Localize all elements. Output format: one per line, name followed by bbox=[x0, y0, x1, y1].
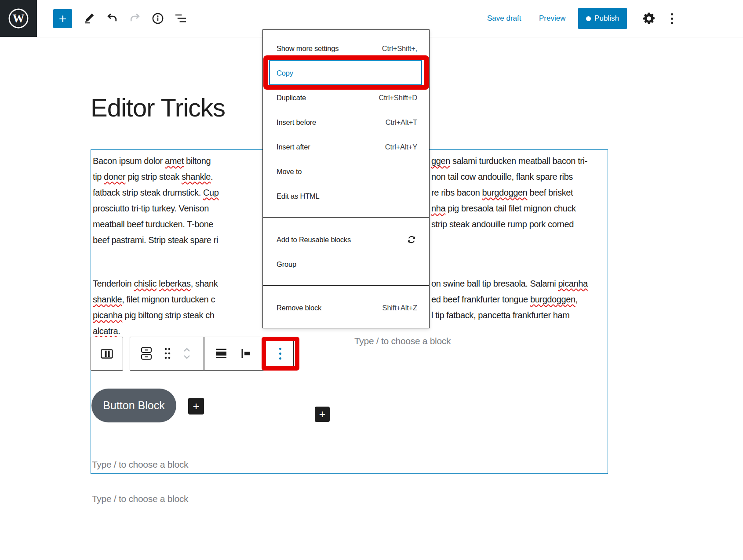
drag-handle[interactable] bbox=[159, 337, 176, 370]
text-line: fatback strip steak drumstick. Cup bbox=[93, 185, 219, 200]
toolbar-divider bbox=[204, 337, 204, 370]
add-button-appender[interactable]: + bbox=[188, 398, 204, 415]
settings-button[interactable] bbox=[638, 8, 659, 29]
plus-icon: + bbox=[319, 408, 326, 421]
move-down-icon bbox=[184, 356, 189, 358]
text-line: Bacon ipsum dolor amet biltong bbox=[93, 153, 219, 169]
menu-item-move-to[interactable]: Move to bbox=[263, 159, 429, 184]
move-up-icon bbox=[184, 349, 189, 351]
preview-button[interactable]: Preview bbox=[539, 0, 565, 37]
text-line: strip steak andouille rump pork corned bbox=[431, 216, 607, 232]
publish-button[interactable]: Publish bbox=[578, 8, 627, 29]
save-draft-button[interactable]: Save draft bbox=[487, 0, 521, 37]
publish-dot-icon bbox=[586, 16, 591, 21]
move-up-down-icon bbox=[182, 345, 192, 361]
wordpress-logo-icon: W bbox=[7, 7, 30, 30]
publish-label: Publish bbox=[594, 14, 619, 23]
text-line: Tenderloin chislic leberkas, shank bbox=[93, 276, 218, 291]
drag-handle-icon bbox=[163, 347, 172, 360]
justify-content-button[interactable] bbox=[212, 337, 230, 370]
left-column-paragraph-2[interactable]: Tenderloin chislic leberkas, shankshankl… bbox=[93, 276, 218, 339]
block-appender-button[interactable]: + bbox=[315, 407, 330, 422]
list-view-icon bbox=[174, 11, 188, 25]
menu-item-group[interactable]: Group bbox=[263, 252, 429, 276]
text-line: ed beef frankfurter tongue burgdoggen, bbox=[431, 291, 607, 307]
menu-item-copy[interactable]: Copy bbox=[263, 61, 429, 85]
change-block-type-button[interactable] bbox=[138, 337, 155, 370]
orientation-button[interactable] bbox=[237, 337, 255, 370]
empty-paragraph-after-block[interactable]: Type / to choose a block bbox=[92, 494, 188, 504]
redo-button[interactable] bbox=[124, 8, 146, 29]
menu-item-remove-block[interactable]: Remove block Shift+Alt+Z bbox=[263, 295, 429, 320]
menu-item-duplicate[interactable]: Duplicate Ctrl+Shift+D bbox=[263, 85, 429, 110]
text-line: shankle, filet mignon turducken c bbox=[93, 291, 218, 307]
redo-icon bbox=[128, 12, 142, 25]
wordpress-block-editor: W + bbox=[0, 0, 743, 560]
left-column-paragraph-1[interactable]: Bacon ipsum dolor amet biltongtip doner … bbox=[93, 153, 219, 248]
menu-item-insert-before[interactable]: Insert before Ctrl+Alt+T bbox=[263, 110, 429, 135]
info-icon bbox=[151, 11, 165, 25]
kebab-icon bbox=[279, 348, 281, 360]
text-line: picanha pig biltong strip steak ch bbox=[93, 307, 218, 323]
right-column-paragraph-2[interactable]: on swine ball tip bresaola. Salami pican… bbox=[431, 276, 607, 323]
text-line: prosciutto tri-tip turkey. Venison bbox=[93, 200, 219, 216]
menu-item-edit-as-html[interactable]: Edit as HTML bbox=[263, 184, 429, 208]
pencil-icon bbox=[83, 12, 96, 25]
undo-icon bbox=[106, 12, 119, 25]
text-line: non tail cow andouille, flank spare ribs bbox=[431, 169, 607, 185]
list-view-button[interactable] bbox=[170, 8, 191, 29]
gear-icon bbox=[642, 11, 656, 25]
text-line: l tip fatback, pancetta frankfurter ham bbox=[431, 307, 607, 323]
menu-item-add-to-reusable-blocks[interactable]: Add to Reusable blocks bbox=[263, 227, 429, 252]
align-left-icon bbox=[240, 347, 252, 360]
details-button[interactable] bbox=[147, 8, 168, 29]
buttons-block-icon bbox=[140, 346, 153, 361]
button-block[interactable]: Button Block bbox=[91, 389, 176, 422]
text-line: tip doner pig strip steak shankle. bbox=[93, 169, 219, 185]
tools-button[interactable] bbox=[79, 8, 100, 29]
right-column-paragraph-1[interactable]: ggen salami turducken meatball bacon tri… bbox=[431, 153, 607, 232]
undo-button[interactable] bbox=[102, 8, 123, 29]
menu-item-show-more-settings[interactable]: Show more settings Ctrl+Shift+, bbox=[263, 36, 429, 61]
select-parent-columns-button[interactable] bbox=[91, 337, 123, 371]
svg-text:W: W bbox=[13, 12, 25, 25]
menu-item-insert-after[interactable]: Insert after Ctrl+Alt+Y bbox=[263, 135, 429, 159]
kebab-icon bbox=[671, 13, 673, 24]
post-title[interactable]: Editor Tricks bbox=[91, 93, 225, 122]
text-line: nha pig bresaola tail filet mignon chuck bbox=[431, 200, 607, 216]
text-line: re ribs bacon burgdoggen beef brisket bbox=[431, 185, 607, 200]
block-mover[interactable] bbox=[178, 337, 196, 370]
block-options-menu: Show more settings Ctrl+Shift+, Copy Dup… bbox=[262, 29, 430, 328]
wordpress-logo[interactable]: W bbox=[0, 0, 37, 37]
justify-icon bbox=[215, 347, 227, 360]
text-line: meatball beef turducken. T-bone bbox=[93, 216, 219, 232]
sync-icon bbox=[406, 234, 417, 245]
plus-icon: + bbox=[59, 10, 67, 28]
text-line: beef pastrami. Strip steak spare ri bbox=[93, 232, 219, 248]
plus-icon: + bbox=[193, 400, 199, 413]
block-inserter-button[interactable]: + bbox=[53, 9, 72, 28]
text-line: on swine ball tip bresaola. Salami pican… bbox=[431, 276, 607, 291]
empty-paragraph-in-block[interactable]: Type / to choose a block bbox=[92, 459, 188, 470]
options-button[interactable] bbox=[661, 8, 682, 29]
block-options-button[interactable] bbox=[271, 337, 289, 370]
columns-icon bbox=[99, 346, 114, 361]
column-empty-paragraph[interactable]: Type / to choose a block bbox=[354, 336, 451, 346]
block-toolbar bbox=[130, 337, 294, 371]
menu-separator bbox=[263, 217, 429, 218]
menu-separator bbox=[263, 285, 429, 286]
text-line: ggen salami turducken meatball bacon tri… bbox=[431, 153, 607, 169]
